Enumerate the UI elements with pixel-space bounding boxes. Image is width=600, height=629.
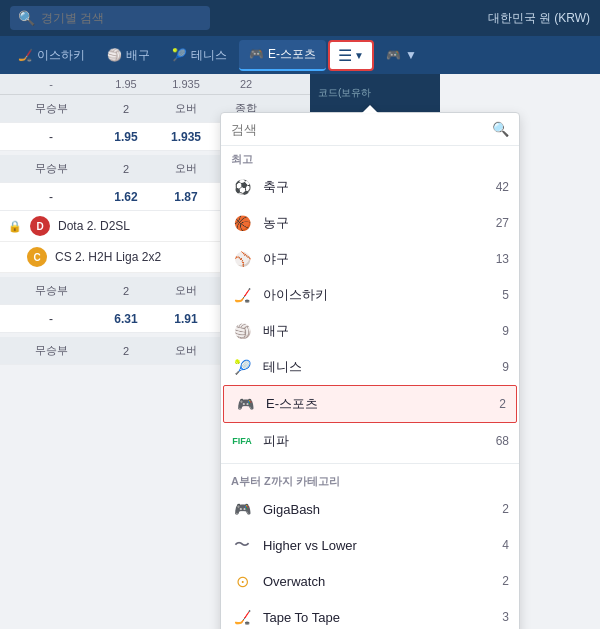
row5-2: 2 [96, 345, 156, 357]
row4-over: 오버 [156, 283, 216, 298]
promo-code-label: 코드(보유하 [318, 82, 432, 104]
fifa-icon: FIFA [231, 430, 253, 452]
chevron-down-icon: ▼ [354, 50, 364, 61]
dropdown-item-basketball[interactable]: 🏀 농구 27 [221, 205, 519, 241]
nav-label-tennis: 테니스 [191, 47, 227, 64]
sport-count-soccer: 42 [496, 180, 509, 194]
col-header-over: 1.935 [156, 78, 216, 90]
sport-count-tapetotape: 3 [502, 610, 509, 624]
basketball-icon: 🏀 [231, 212, 253, 234]
dropdown-item-fifa[interactable]: FIFA 피파 68 [221, 423, 519, 459]
dropdown-search-input[interactable] [231, 122, 486, 137]
row-2: 2 [96, 103, 156, 115]
cell-1-2[interactable]: 1.95 [96, 130, 156, 144]
sport-count-baseball: 13 [496, 252, 509, 266]
dropdown-item-tennis[interactable]: 🎾 테니스 9 [221, 349, 519, 385]
soccer-icon: ⚽ [231, 176, 253, 198]
global-search-box[interactable]: 🔍 [10, 6, 210, 30]
col-header-total: 22 [216, 78, 276, 90]
sport-name-gigabash: GigaBash [263, 502, 492, 517]
dropdown-item-esports[interactable]: 🎮 E-스포츠 2 [223, 385, 517, 423]
col-header-win: - [6, 78, 96, 90]
nav-bar: 🏒 이스하키 🏐 배구 🎾 테니스 🎮 E-스포츠 ☰ ▼ 🎮 ▼ [0, 36, 600, 74]
main-content: - 1.95 1.935 22 무승부 2 오버 종합 - 1.95 1.935… [0, 74, 600, 629]
global-search-input[interactable] [41, 11, 181, 25]
nav-item-more[interactable]: 🎮 ▼ [376, 42, 427, 68]
dropdown-search-icon: 🔍 [492, 121, 509, 137]
row-win-label: 무승부 [6, 101, 96, 116]
lock-icon: 🔒 [8, 220, 22, 233]
sport-count-overwatch: 2 [502, 574, 509, 588]
sport-name-icehockey: 아이스하키 [263, 286, 492, 304]
row3-2: 2 [96, 163, 156, 175]
sport-count-icehockey: 5 [502, 288, 509, 302]
cs-icon: C [27, 247, 47, 267]
dropdown-search-bar[interactable]: 🔍 [221, 113, 519, 146]
row3-win: 무승부 [6, 161, 96, 176]
top-bar: 🔍 대한민국 원 (KRW) [0, 0, 600, 36]
cell-3-3[interactable]: 1.91 [156, 312, 216, 326]
sport-name-overwatch: Overwatch [263, 574, 492, 589]
currency-label: 대한민국 원 (KRW) [488, 10, 590, 27]
cell-3-1: - [6, 312, 96, 326]
cell-2-3[interactable]: 1.87 [156, 190, 216, 204]
dropdown-item-soccer[interactable]: ⚽ 축구 42 [221, 169, 519, 205]
dropdown-section-bottom-label: A부터 Z까지 카테고리 [221, 468, 519, 491]
dropdown-item-higherlower[interactable]: 〜 Higher vs Lower 4 [221, 527, 519, 563]
sport-name-basketball: 농구 [263, 214, 486, 232]
icehockey-icon: 🏒 [18, 48, 33, 62]
nav-label-esports: E-스포츠 [268, 46, 316, 63]
sport-count-volleyball: 9 [502, 324, 509, 338]
icehockey2-icon: 🏒 [231, 284, 253, 306]
dropdown-caret [362, 105, 378, 113]
sport-name-baseball: 야구 [263, 250, 486, 268]
dota-icon: D [30, 216, 50, 236]
esports-icon: 🎮 [249, 47, 264, 61]
cell-1-1: - [6, 130, 96, 144]
dropdown-item-volleyball[interactable]: 🏐 배구 9 [221, 313, 519, 349]
cell-3-2[interactable]: 6.31 [96, 312, 156, 326]
sport-dropdown: 🔍 최고 ⚽ 축구 42 🏀 농구 27 ⚾ 야구 13 🏒 아이스하키 5 [220, 112, 520, 629]
sport-name-fifa: 피파 [263, 432, 486, 450]
sport-name-tennis: 테니스 [263, 358, 492, 376]
cell-2-2[interactable]: 1.62 [96, 190, 156, 204]
sport-count-basketball: 27 [496, 216, 509, 230]
sport-name-soccer: 축구 [263, 178, 486, 196]
volleyball2-icon: 🏐 [231, 320, 253, 342]
nav-item-icehockey[interactable]: 🏒 이스하키 [8, 41, 95, 70]
sport-name-tapetotape: Tape To Tape [263, 610, 492, 625]
more-sports-icon: 🎮 [386, 48, 401, 62]
nav-item-esports[interactable]: 🎮 E-스포츠 [239, 40, 326, 71]
dropdown-item-tapetotape[interactable]: 🏒 Tape To Tape 3 [221, 599, 519, 629]
sport-count-esports: 2 [499, 397, 506, 411]
dropdown-item-icehockey[interactable]: 🏒 아이스하키 5 [221, 277, 519, 313]
esports2-icon: 🎮 [234, 393, 256, 415]
col-header-2: 1.95 [96, 78, 156, 90]
dropdown-divider [221, 463, 519, 464]
row4-win: 무승부 [6, 283, 96, 298]
row5-over: 오버 [156, 343, 216, 358]
row4-2: 2 [96, 285, 156, 297]
sport-count-tennis: 9 [502, 360, 509, 374]
sport-count-gigabash: 2 [502, 502, 509, 516]
dropdown-menu-icon: ☰ [338, 46, 352, 65]
tapetotape-icon: 🏒 [231, 606, 253, 628]
nav-label-more: ▼ [405, 48, 417, 62]
nav-item-volleyball[interactable]: 🏐 배구 [97, 41, 160, 70]
dropdown-section-top-label: 최고 [221, 146, 519, 169]
row3-over: 오버 [156, 161, 216, 176]
baseball-icon: ⚾ [231, 248, 253, 270]
row-over-label: 오버 [156, 101, 216, 116]
sport-name-volleyball: 배구 [263, 322, 492, 340]
dropdown-item-overwatch[interactable]: ⊙ Overwatch 2 [221, 563, 519, 599]
sport-name-higherlower: Higher vs Lower [263, 538, 492, 553]
sport-count-higherlower: 4 [502, 538, 509, 552]
sport-name-esports: E-스포츠 [266, 395, 489, 413]
overwatch-icon: ⊙ [231, 570, 253, 592]
nav-dropdown-button[interactable]: ☰ ▼ [328, 40, 374, 71]
cell-1-3[interactable]: 1.935 [156, 130, 216, 144]
nav-item-tennis[interactable]: 🎾 테니스 [162, 41, 237, 70]
row5-win: 무승부 [6, 343, 96, 358]
dropdown-item-baseball[interactable]: ⚾ 야구 13 [221, 241, 519, 277]
dropdown-item-gigabash[interactable]: 🎮 GigaBash 2 [221, 491, 519, 527]
